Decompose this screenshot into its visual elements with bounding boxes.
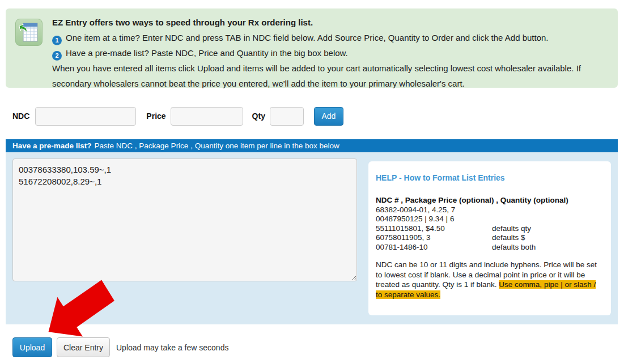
- example-entry: 68382-0094-01, 4.25, 7: [376, 205, 492, 215]
- spreadsheet-import-icon: [15, 19, 43, 46]
- info-paragraph: When you have entered all items click Up…: [52, 63, 581, 88]
- example-row: 68382-0094-01, 4.25, 7: [376, 205, 603, 215]
- ndc-label: NDC: [12, 112, 29, 121]
- info-title: EZ Entry offers two ways to speed throug…: [52, 18, 313, 27]
- list-header-bold: Have a pre-made list?: [12, 142, 92, 150]
- red-arrow-annotation: [39, 277, 118, 340]
- example-note: defaults qty: [492, 224, 531, 233]
- help-panel-title: HELP - How to Format List Entries: [376, 173, 603, 182]
- step-1-text: One item at a time? Enter NDC and press …: [66, 33, 549, 42]
- example-note: defaults both: [492, 243, 536, 252]
- help-panel: HELP - How to Format List Entries NDC # …: [368, 161, 611, 315]
- single-entry-row: NDC Price Qty Add: [12, 106, 343, 126]
- info-step-1: 1One item at a time? Enter NDC and press…: [52, 30, 606, 45]
- qty-input[interactable]: [270, 107, 304, 126]
- upload-button[interactable]: Upload: [12, 337, 52, 357]
- step-1-badge: 1: [52, 36, 62, 45]
- example-row: 00487950125 | 9.34 | 6: [376, 215, 603, 224]
- price-input[interactable]: [171, 107, 243, 126]
- ndc-input[interactable]: [35, 107, 136, 126]
- clear-entry-button[interactable]: Clear Entry: [57, 337, 110, 357]
- paste-list-textarea[interactable]: 00378633380,103.59~,1 51672208002,8.29~,…: [12, 159, 357, 281]
- info-text: EZ Entry offers two ways to speed throug…: [52, 15, 606, 82]
- qty-label: Qty: [252, 112, 265, 121]
- info-box: EZ Entry offers two ways to speed throug…: [6, 8, 618, 88]
- example-row: 00781-1486-10 defaults both: [376, 243, 603, 252]
- list-section-header: Have a pre-made list? Paste NDC , Packag…: [6, 139, 618, 152]
- ez-entry-page: EZ Entry offers two ways to speed throug…: [0, 0, 624, 364]
- help-note: NDC can be 10 or 11 digits and include h…: [376, 260, 603, 299]
- upload-note: Upload may take a few seconds: [116, 343, 228, 352]
- step-2-badge: 2: [52, 51, 62, 61]
- example-row: 55111015801, $4.50 defaults qty: [376, 224, 603, 233]
- example-entry: 00487950125 | 9.34 | 6: [376, 215, 492, 224]
- example-entry: 55111015801, $4.50: [376, 224, 492, 233]
- add-button[interactable]: Add: [314, 107, 343, 126]
- help-format-header: NDC # , Package Price (optional) , Quant…: [376, 196, 603, 204]
- step-2-text: Have a pre-made list? Paste NDC, Price a…: [66, 48, 348, 58]
- example-entry: 00781-1486-10: [376, 243, 492, 252]
- info-step-2: 2Have a pre-made list? Paste NDC, Price …: [52, 45, 606, 61]
- help-examples: 68382-0094-01, 4.25, 7 00487950125 | 9.3…: [376, 205, 603, 252]
- example-entry: 60758011905, 3: [376, 233, 492, 242]
- example-row: 60758011905, 3 defaults $: [376, 233, 603, 242]
- example-note: defaults $: [492, 233, 525, 242]
- price-label: Price: [146, 112, 165, 121]
- list-header-rest: Paste NDC , Package Price , Quantity one…: [95, 142, 339, 150]
